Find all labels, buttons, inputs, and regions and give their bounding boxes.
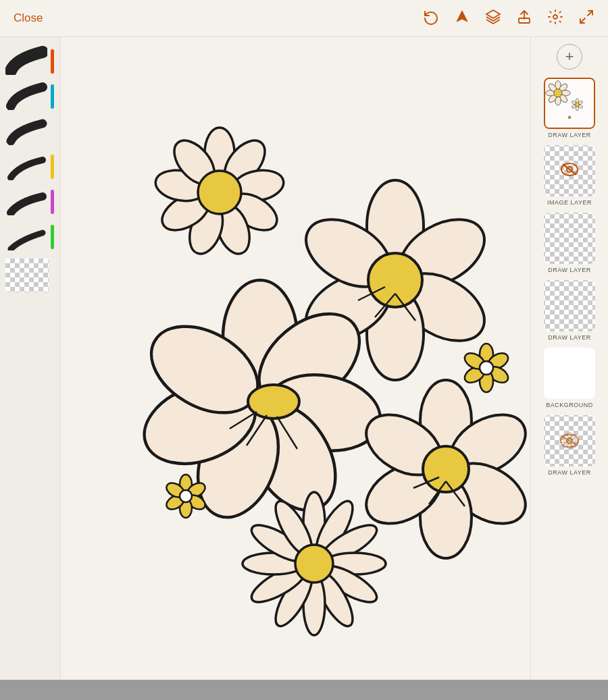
svg-marker-0 (457, 11, 467, 22)
brush-item-6[interactable] (0, 219, 54, 254)
layer-item-draw-2[interactable]: DRAW LAYER (539, 213, 600, 273)
layer-thumb-draw-3 (544, 280, 595, 331)
layers-panel: + (530, 37, 608, 700)
tool-panel (0, 37, 61, 700)
layer-thumb-background (544, 348, 595, 399)
layer-label-draw-1: DRAW LAYER (548, 132, 591, 138)
undo-icon[interactable] (423, 9, 439, 28)
visibility-off-icon (560, 163, 579, 179)
brush-item-1[interactable] (0, 44, 54, 79)
settings-icon[interactable] (547, 9, 563, 28)
header-toolbar (423, 9, 594, 28)
brush-tool-icon[interactable] (454, 9, 470, 28)
svg-point-34 (248, 385, 299, 419)
svg-line-5 (580, 18, 585, 23)
svg-point-92 (575, 103, 579, 107)
svg-point-51 (180, 490, 192, 502)
svg-point-99 (569, 117, 569, 117)
layer-item-draw-4[interactable]: DRAW LAYER (539, 415, 600, 476)
canvas-area (61, 37, 530, 700)
layer-label-image: IMAGE LAYER (547, 199, 592, 206)
svg-point-71 (423, 446, 469, 492)
layer-label-draw-3: DRAW LAYER (548, 334, 591, 341)
close-button[interactable]: Close (14, 11, 43, 25)
layer-thumb-draw-2 (544, 213, 595, 264)
brush-item-transparent[interactable] (0, 254, 54, 296)
layer-item-draw-3[interactable]: DRAW LAYER (539, 280, 600, 341)
layer-thumb-draw-1 (544, 78, 595, 129)
svg-point-23 (368, 253, 422, 307)
layer-label-background: BACKGROUND (546, 402, 593, 408)
layer-thumb-draw-4 (544, 415, 595, 466)
svg-line-4 (588, 11, 592, 16)
svg-line-102 (563, 164, 576, 175)
header: Close (0, 0, 608, 37)
add-layer-button[interactable]: + (557, 44, 582, 70)
layer-thumb-image (544, 145, 595, 196)
layer-label-draw-2: DRAW LAYER (548, 267, 591, 273)
layer-label-draw-4: DRAW LAYER (548, 469, 591, 476)
svg-point-64 (295, 545, 333, 583)
flowers-drawing (61, 37, 530, 700)
layer-item-image[interactable]: IMAGE LAYER (539, 145, 600, 206)
svg-point-3 (553, 15, 557, 19)
bottom-bar (0, 680, 608, 700)
expand-icon[interactable] (578, 9, 594, 28)
brush-item-5[interactable] (0, 184, 54, 219)
svg-point-44 (480, 361, 493, 375)
brush-item-2[interactable] (0, 79, 54, 114)
layers-icon[interactable] (485, 9, 501, 28)
brush-item-3[interactable] (0, 114, 54, 149)
svg-point-16 (198, 171, 241, 214)
svg-point-85 (554, 89, 562, 97)
share-icon[interactable] (516, 9, 532, 28)
layer-item-background[interactable]: BACKGROUND (539, 348, 600, 408)
layer-item-draw-1[interactable]: DRAW LAYER (539, 78, 600, 138)
svg-marker-1 (486, 10, 500, 18)
brush-item-4[interactable] (0, 149, 54, 184)
